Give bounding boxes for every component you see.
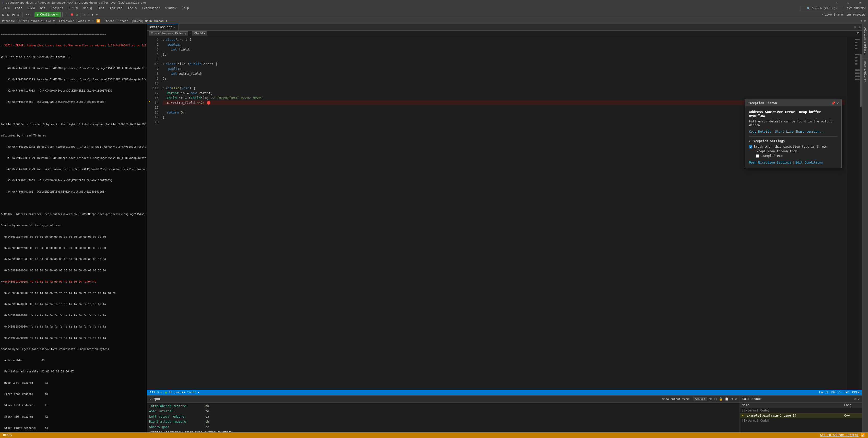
search-box[interactable]: 🔍 Search (Ctrl+Q) — [801, 6, 843, 11]
copy-details-link[interactable]: Copy Details — [749, 130, 771, 133]
output-lock-btn[interactable]: 🔒 — [719, 397, 723, 401]
step-back-btn[interactable]: ⬅ — [95, 13, 99, 17]
lifecycle-label: Lifecycle Events — [59, 20, 86, 23]
output-clear-btn[interactable]: 🗑 — [709, 397, 712, 401]
minimize-button[interactable]: ─ — [831, 0, 842, 6]
open-exception-settings-link[interactable]: Open Exception Settings — [749, 161, 792, 164]
callstack-panel: Call Stack ⊡ ✕ Name Lang — [740, 396, 862, 432]
output-copy-btn[interactable]: 📋 — [725, 397, 728, 401]
start-live-share-link[interactable]: Start Live Share session... — [775, 130, 825, 133]
menu-git[interactable]: Git — [37, 6, 48, 11]
show-output-from-label: Show output from: — [662, 398, 690, 401]
team-explorer-tab[interactable]: Team Explorer — [862, 58, 868, 85]
code-line-1: ⊟class Parent { — [163, 37, 845, 42]
example2-checkbox[interactable] — [756, 154, 759, 158]
menu-project[interactable]: Project — [48, 6, 66, 11]
menu-debug[interactable]: Debug — [80, 6, 94, 11]
menu-window[interactable]: Window — [163, 6, 179, 11]
terminal-summary: SUMMARY: AddressSanitizer: heap-buffer-o… — [1, 212, 146, 216]
pin-icon[interactable]: 📌 — [831, 101, 835, 105]
live-share-label: Live Share — [824, 13, 843, 16]
terminal-located: 0x1244cf9000f4 is located 0 bytes to the… — [1, 123, 146, 126]
callstack-row-0-lang — [842, 408, 862, 413]
undo-icon[interactable]: ↶ — [26, 13, 27, 16]
menu-help[interactable]: Help — [179, 6, 191, 11]
stop-btn[interactable]: ⏹ — [70, 13, 74, 16]
toolbar-btn-1[interactable]: ⊞ — [1, 12, 6, 18]
scrollbar-thumb[interactable] — [860, 54, 862, 107]
lifecycle-dropdown-icon[interactable]: ▼ — [88, 20, 90, 23]
toolbar-btn-4[interactable]: ⊡ — [16, 12, 21, 18]
misc-files-dropdown[interactable]: Miscellaneous Files ▼ — [149, 31, 188, 35]
close-button[interactable]: ✕ — [854, 0, 866, 6]
menu-edit[interactable]: Edit — [12, 6, 25, 11]
child-dropdown[interactable]: Child ▼ — [192, 31, 207, 35]
code-line-16: return 0; — [163, 110, 845, 115]
ln-6: ⊟6 — [152, 62, 159, 66]
status-dropdown-icon[interactable]: ▼ — [198, 391, 199, 394]
threads-icon[interactable]: 🔀 — [96, 19, 100, 23]
editor-panel-controls[interactable]: ⊠ — [853, 24, 858, 30]
menu-test[interactable]: Test — [95, 6, 107, 11]
exception-settings-title: Exception Settings — [751, 139, 785, 143]
restart-btn[interactable]: ↺ — [75, 13, 79, 17]
menu-build[interactable]: Build — [66, 6, 80, 11]
output-source-dropdown[interactable]: Debug ▼ — [693, 397, 707, 401]
status-ch: Ch: 3 — [832, 391, 841, 394]
output-panel-btn2[interactable]: ✕ — [735, 397, 737, 401]
menu-file[interactable]: File — [0, 6, 12, 11]
callstack-row-2[interactable]: [External Code] — [740, 418, 862, 423]
output-wrap-btn[interactable]: ⬡ — [714, 397, 717, 401]
pause-btn[interactable]: ⏸ — [64, 13, 69, 16]
editor-settings-icon[interactable]: ⚙ — [857, 24, 862, 30]
step-over-btn[interactable]: ↪ — [82, 13, 86, 17]
thread-dropdown-icon[interactable]: ▼ — [166, 20, 167, 23]
breakpoints-icon[interactable]: ⬡ — [92, 19, 94, 23]
terminal-panel: ========================================… — [0, 24, 147, 432]
ln-8: 8 — [152, 71, 159, 76]
edit-conditions-link[interactable]: Edit Conditions — [795, 161, 823, 164]
ln-4: 4 — [152, 52, 159, 57]
tab-example2-cpp[interactable]: example2.cpp ✕ — [147, 24, 179, 30]
int-preview-label: INT PREVIEW — [845, 7, 867, 10]
example2-label: example2.exe — [761, 154, 783, 158]
toolbar-btn-2[interactable]: ⊟ — [6, 12, 11, 18]
live-share-btn[interactable]: ↗ Live Share — [822, 13, 843, 16]
process-controls-2[interactable]: ⊟ — [864, 20, 866, 23]
output-panel: Output Show output from: Debug ▼ 🗑 ⬡ 🔒 📋 — [147, 396, 740, 432]
break-checkbox[interactable] — [749, 145, 752, 148]
menu-tools[interactable]: Tools — [125, 6, 140, 11]
checkbox-row-1: Break when this exception type is thrown — [749, 145, 837, 148]
vertical-scrollbar[interactable] — [860, 36, 862, 390]
callstack-pin-btn[interactable]: ⊡ — [855, 397, 857, 401]
output-row-3: Left alloca redzone:ca — [149, 414, 738, 419]
callstack-row-0[interactable]: [External Code] — [740, 408, 862, 413]
solution-explorer-tab[interactable]: Solution Explorer — [862, 24, 868, 58]
menu-extensions[interactable]: Extensions — [140, 6, 163, 11]
tab-close-btn[interactable]: ✕ — [174, 26, 175, 29]
breadcrumb-collapse[interactable]: ⊡ — [857, 31, 859, 35]
status-spc: SPC — [844, 391, 849, 394]
step-out-btn[interactable]: ⬆ — [91, 13, 94, 17]
step-into-btn[interactable]: ⬇ — [86, 13, 90, 17]
redo-icon[interactable]: ↷ — [28, 13, 30, 16]
process-dropdown-icon[interactable]: ▼ — [53, 20, 55, 23]
exception-body: Address Sanitizer Error: Heap buffer ove… — [745, 106, 841, 168]
menu-analyze[interactable]: Analyze — [107, 6, 125, 11]
callstack-row-2-name: [External Code] — [740, 418, 842, 423]
maximize-button[interactable]: □ — [842, 0, 854, 6]
add-source-control-link[interactable]: Add to Source Control — [820, 433, 859, 437]
terminal-blank-2 — [1, 201, 146, 205]
continue-button[interactable]: ▶ Continue ▼ — [34, 12, 61, 18]
process-controls-1[interactable]: ⊞ — [861, 20, 862, 23]
menu-view[interactable]: View — [25, 6, 37, 11]
output-panel-btn1[interactable]: ⊡ — [731, 397, 733, 401]
callstack-row-1[interactable]: ➤ example2.exe!main() Line 14 C++ — [740, 413, 862, 418]
ln-14: 14 — [152, 100, 159, 105]
callstack-close-btn[interactable]: ✕ — [858, 397, 860, 401]
toolbar-btn-3[interactable]: ◩ — [11, 12, 16, 18]
thread-value: Thread: [30728] Main Thread — [118, 20, 164, 23]
exception-close-icon[interactable]: ✕ — [837, 101, 839, 105]
zoom-dropdown-icon[interactable]: ▼ — [160, 391, 162, 394]
callstack-title: Call Stack — [742, 398, 761, 401]
